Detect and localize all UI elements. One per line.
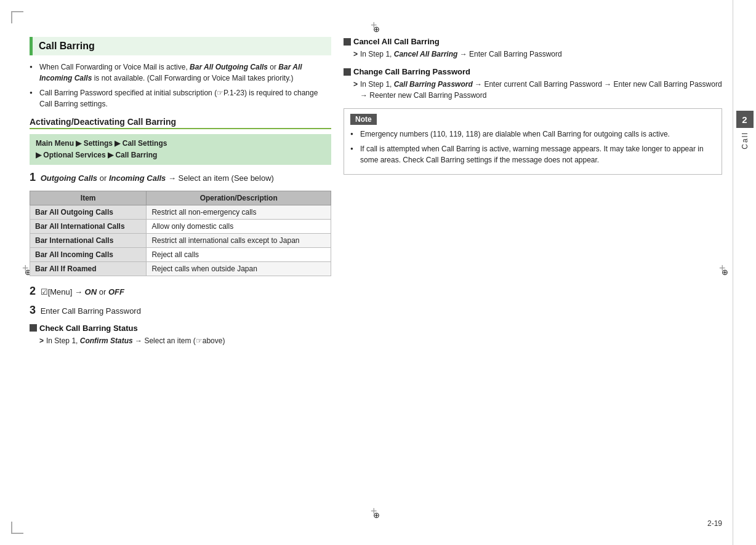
square-icon-3 [344, 68, 351, 76]
table-cell-item: Bar All Incoming Calls [30, 247, 147, 261]
square-icon [30, 324, 37, 332]
table-row: Bar All Incoming Calls Reject all calls [30, 247, 331, 261]
table-cell-item: Bar All International Calls [30, 219, 147, 233]
table-cell-item: Bar All Outgoing Calls [30, 205, 147, 219]
check-status-step: > In Step 1, Confirm Status → Select an … [39, 335, 331, 346]
bullet-item-1: When Call Forwarding or Voice Mail is ac… [30, 62, 331, 84]
check-status-section: Check Call Barring Status > In Step 1, C… [30, 324, 331, 346]
change-password-title: Change Call Barring Password [344, 67, 722, 76]
step-3-text: Enter Call Barring Password [41, 306, 141, 316]
table-cell-desc: Reject all calls [147, 247, 331, 261]
section-title: Call Barring [30, 37, 331, 55]
gt-icon-2: > [353, 49, 358, 60]
change-password-step-text: In Step 1, Call Barring Password → Enter… [360, 79, 722, 101]
table-cell-desc: Allow only domestic calls [147, 219, 331, 233]
page-number: 2-19 [707, 519, 722, 528]
step-3-number: 3 [30, 304, 36, 316]
gt-icon: > [39, 335, 44, 346]
bullet-item-2: Call Barring Password specified at initi… [30, 87, 331, 109]
chapter-number: 2 [736, 111, 754, 128]
change-password-section: Change Call Barring Password > In Step 1… [344, 67, 722, 101]
cancel-barring-step: > In Step 1, Cancel All Barring → Enter … [353, 49, 722, 60]
table-cell-item: Bar All If Roamed [30, 261, 147, 276]
check-status-label: Check Call Barring Status [39, 324, 138, 333]
change-password-label: Change Call Barring Password [353, 67, 470, 76]
subsection-title: Activating/Deactivating Call Barring [30, 117, 331, 129]
cross-top: ⊕ [373, 25, 383, 34]
step-2-number: 2 [30, 285, 36, 297]
step-3: 3 Enter Call Barring Password [30, 304, 331, 317]
note-item-2: If call is attempted when Call Barring i… [350, 143, 715, 165]
intro-bullets: When Call Forwarding or Voice Mail is ac… [30, 62, 331, 109]
bullet-1-text: When Call Forwarding or Voice Mail is ac… [39, 63, 302, 82]
table-cell-desc: Restrict all international calls except … [147, 233, 331, 247]
cross-bottom: ⊕ [373, 511, 383, 520]
cancel-barring-title: Cancel All Call Barring [344, 37, 722, 46]
cross-right: ⊕ [722, 268, 731, 277]
note-list: Emergency numbers (110, 119, 118) are di… [350, 129, 715, 165]
table-cell-desc: Restrict all non-emergency calls [147, 205, 331, 219]
table-row: Bar International Calls Restrict all int… [30, 233, 331, 247]
step-1-text: Outgoing Calls or Incoming Calls → Selec… [41, 173, 274, 183]
menu-path-line2: ▶ Optional Services ▶ Call Barring [36, 151, 157, 159]
menu-path: Main Menu ▶ Settings ▶ Call Settings ▶ O… [30, 134, 331, 165]
table-row: Bar All Outgoing Calls Restrict all non-… [30, 205, 331, 219]
corner-mark-bl [11, 522, 23, 534]
chapter-label: Call [741, 132, 749, 149]
table-cell-desc: Reject calls when outside Japan [147, 261, 331, 276]
left-column: Call Barring When Call Forwarding or Voi… [30, 37, 331, 511]
check-status-title: Check Call Barring Status [30, 324, 331, 333]
note-title: Note [350, 114, 377, 125]
table-row: Bar All If Roamed Reject calls when outs… [30, 261, 331, 276]
menu-path-line1: Main Menu ▶ Settings ▶ Call Settings [36, 139, 167, 148]
change-password-step: > In Step 1, Call Barring Password → Ent… [353, 79, 722, 101]
table-body: Bar All Outgoing Calls Restrict all non-… [30, 205, 331, 276]
chapter-bar: 2 Call [733, 0, 756, 545]
gt-icon-3: > [353, 79, 358, 90]
cancel-barring-step-text: In Step 1, Cancel All Barring → Enter Ca… [360, 49, 562, 60]
cancel-barring-label: Cancel All Call Barring [353, 37, 440, 46]
table-row: Bar All International Calls Allow only d… [30, 219, 331, 233]
step-2-text: ☑[Menu] → ON or OFF [41, 287, 124, 296]
corner-mark-tl [11, 11, 23, 23]
content-area: Call Barring When Call Forwarding or Voi… [30, 37, 722, 511]
step-1-number: 1 [30, 171, 36, 183]
step-1: 1 Outgoing Calls or Incoming Calls → Sel… [30, 171, 331, 185]
table-header-item: Item [30, 191, 147, 205]
bullet-2-text: Call Barring Password specified at initi… [39, 89, 318, 108]
check-status-step-text: In Step 1, Confirm Status → Select an it… [46, 335, 225, 346]
note-item-1: Emergency numbers (110, 119, 118) are di… [350, 129, 715, 140]
step-2: 2 ☑[Menu] → ON or OFF [30, 285, 331, 298]
table-cell-item: Bar International Calls [30, 233, 147, 247]
barring-table: Item Operation/Description Bar All Outgo… [30, 191, 331, 276]
right-column: Cancel All Call Barring > In Step 1, Can… [344, 37, 722, 511]
note-box: Note Emergency numbers (110, 119, 118) a… [344, 108, 722, 175]
square-icon-2 [344, 38, 351, 46]
table-header-operation: Operation/Description [147, 191, 331, 205]
cancel-barring-section: Cancel All Call Barring > In Step 1, Can… [344, 37, 722, 60]
